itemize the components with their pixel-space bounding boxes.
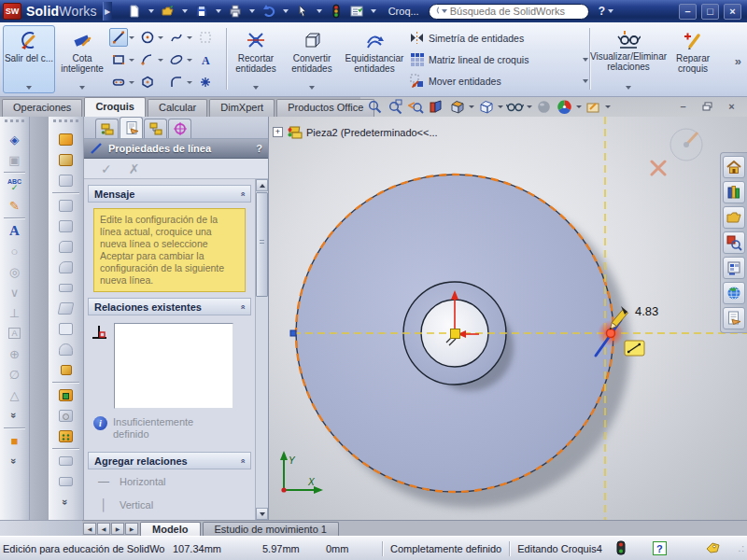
toolbar-grip[interactable] [53, 119, 78, 127]
selected-endpoint[interactable] [607, 329, 615, 338]
doc-restore-button[interactable] [699, 99, 715, 113]
zoom-fit-button[interactable] [366, 98, 384, 115]
text-tool-button[interactable]: A [196, 50, 215, 69]
toolbar-grip[interactable] [5, 119, 24, 127]
scroll-up-button[interactable] [256, 179, 268, 191]
rectangle-dropdown[interactable] [129, 59, 134, 62]
file-explorer-button[interactable] [723, 206, 745, 229]
center-mark-icon[interactable]: ∅ [0, 364, 29, 385]
revolved-boss-icon[interactable] [49, 149, 83, 170]
search-scope-dropdown[interactable] [442, 9, 447, 13]
view-orientation-button[interactable] [448, 98, 466, 115]
ok-button[interactable]: ✓ [101, 161, 112, 176]
weldment-icon[interactable]: ■ [0, 430, 29, 451]
rectangle-tool-button[interactable] [109, 50, 128, 69]
tag-icon[interactable] [704, 541, 721, 556]
zoom-area-button[interactable] [387, 98, 404, 115]
previous-view-button[interactable] [407, 98, 425, 115]
close-button[interactable]: × [724, 4, 741, 20]
help-dropdown[interactable] [608, 9, 613, 13]
open-document-button[interactable] [159, 2, 177, 21]
polygon-tool-button[interactable] [138, 73, 157, 91]
print-button[interactable] [226, 2, 245, 21]
add-relations-section-header[interactable]: Agregar relaciones » [88, 452, 251, 469]
select-dropdown[interactable] [317, 9, 322, 13]
design-library-button[interactable] [723, 181, 745, 203]
scene-dropdown[interactable] [576, 105, 582, 108]
sketch-point-left[interactable] [290, 330, 296, 336]
hole-wizard-icon[interactable] [49, 451, 83, 471]
new-document-button[interactable] [125, 2, 144, 21]
graphics-viewport[interactable]: 4.83 Y X [269, 117, 747, 520]
part-tree-label[interactable]: Pieza2 (Predeterminado<<... [306, 127, 438, 138]
internet-button[interactable] [723, 282, 745, 304]
scrollbar-thumb[interactable] [256, 192, 268, 297]
weld-symbol-icon[interactable]: ∨ [0, 282, 29, 302]
relations-listbox[interactable] [114, 323, 233, 409]
configuration-manager-tab[interactable] [144, 119, 167, 138]
collapse-chevron-icon[interactable]: » [237, 304, 247, 309]
print-dropdown[interactable] [249, 9, 255, 13]
tab-calcular[interactable]: Calcular [148, 99, 207, 117]
status-traffic-light-icon[interactable] [615, 540, 627, 557]
panel-scrollbar[interactable] [255, 179, 268, 520]
display-style-dropdown[interactable] [498, 105, 503, 108]
linear-pattern-button[interactable]: Matriz lineal de croquis [409, 49, 588, 70]
search-input[interactable] [450, 6, 583, 17]
view-settings-dropdown[interactable] [605, 105, 611, 108]
datum-target-icon[interactable]: ⊕ [0, 343, 29, 364]
search-box[interactable] [429, 4, 589, 20]
tab-operaciones[interactable]: Operaciones [2, 99, 82, 117]
options-button[interactable] [347, 2, 366, 21]
cancel-button[interactable]: ✗ [129, 161, 140, 176]
revolved-cut-icon[interactable] [49, 405, 83, 426]
display-style-button[interactable] [477, 98, 495, 115]
fillet-tool-button[interactable] [167, 73, 186, 91]
geometric-tolerance-icon[interactable]: ⊥ [0, 302, 29, 323]
quick-tips-button[interactable]: ? [653, 541, 667, 555]
weldment-toolbar-more-button[interactable]: » [0, 451, 29, 471]
point-tool-button[interactable] [196, 73, 215, 91]
apply-scene-button[interactable] [556, 98, 573, 115]
line-dropdown[interactable] [129, 36, 134, 39]
trim-dropdown[interactable] [253, 86, 259, 90]
tab-scroll-prev-button[interactable]: ◀ [97, 523, 110, 535]
shell-icon[interactable] [49, 318, 83, 339]
flyout-feature-tree[interactable]: + Pieza2 (Predeterminado<<... [273, 125, 438, 139]
convert-entities-button[interactable]: Convertir entidades [285, 25, 339, 93]
collapse-chevron-icon[interactable]: » [237, 458, 247, 463]
swept-boss-icon[interactable] [49, 195, 83, 216]
minimize-button[interactable]: – [679, 4, 697, 20]
model-tab[interactable]: Modelo [140, 522, 201, 536]
fillet-feature-icon[interactable] [49, 236, 83, 257]
note-icon[interactable]: A [0, 220, 29, 241]
help-button[interactable]: ? [599, 5, 605, 18]
arc-dropdown[interactable] [158, 59, 163, 62]
tab-scroll-next-button[interactable]: ▶ [111, 523, 124, 535]
slot-dropdown[interactable] [129, 81, 134, 84]
move-entities-dropdown[interactable] [583, 79, 588, 83]
surface-finish-icon[interactable]: ◎ [0, 261, 29, 282]
display-relations-dropdown[interactable] [626, 86, 631, 90]
relation-horizontal-button[interactable]: — Horizontal [84, 469, 255, 493]
existing-relations-section-header[interactable]: Relaciones existentes » [88, 298, 251, 315]
options-dropdown[interactable] [371, 9, 376, 13]
sketch-canvas[interactable]: 4.83 Y X [269, 117, 747, 520]
doc-close-button[interactable]: × [724, 99, 740, 113]
doc-minimize-button[interactable]: – [675, 99, 691, 113]
offset-entities-button[interactable]: Equidistanciar entidades [341, 25, 408, 93]
dimxpert-manager-tab[interactable] [168, 119, 191, 138]
ellipse-tool-button[interactable] [167, 50, 186, 69]
circle-tool-button[interactable] [138, 28, 157, 47]
repair-sketch-button[interactable]: Reparar croquis [667, 25, 719, 93]
spline-dropdown[interactable] [187, 36, 192, 39]
custom-properties-button[interactable] [723, 307, 745, 329]
undo-dropdown[interactable] [283, 9, 289, 13]
tab-scroll-first-button[interactable]: ◀ [83, 523, 96, 535]
arc-tool-button[interactable] [138, 50, 157, 69]
exit-sketch-button[interactable]: Salir del c... [3, 25, 55, 93]
rib-icon[interactable] [49, 277, 83, 298]
move-entities-button[interactable]: Mover entidades [409, 70, 588, 91]
tab-scroll-last-button[interactable]: ▶ [125, 523, 138, 535]
instant3d-icon[interactable] [49, 359, 83, 380]
